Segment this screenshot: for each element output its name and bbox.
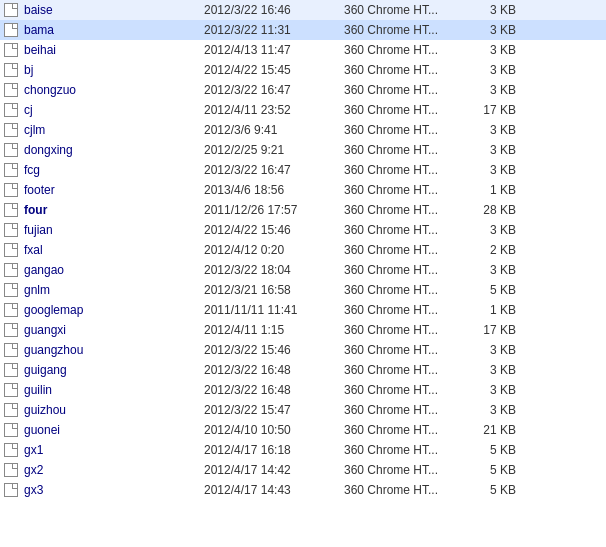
file-date: 2012/4/11 23:52 [204, 103, 344, 117]
file-name: guizhou [24, 403, 204, 417]
file-date: 2012/3/22 18:04 [204, 263, 344, 277]
file-name: guonei [24, 423, 204, 437]
file-name: gx3 [24, 483, 204, 497]
file-icon [4, 243, 24, 257]
file-type: 360 Chrome HT... [344, 183, 464, 197]
file-name: cjlm [24, 123, 204, 137]
table-row[interactable]: chongzuo2012/3/22 16:47360 Chrome HT...3… [0, 80, 606, 100]
file-size: 5 KB [464, 283, 524, 297]
file-icon [4, 223, 24, 237]
file-size: 3 KB [464, 43, 524, 57]
table-row[interactable]: googlemap2011/11/11 11:41360 Chrome HT..… [0, 300, 606, 320]
table-row[interactable]: cjlm2012/3/6 9:41360 Chrome HT...3 KB [0, 120, 606, 140]
file-date: 2012/4/22 15:46 [204, 223, 344, 237]
file-name: guigang [24, 363, 204, 377]
file-size: 3 KB [464, 343, 524, 357]
file-size: 5 KB [464, 463, 524, 477]
file-name: chongzuo [24, 83, 204, 97]
table-row[interactable]: gnlm2012/3/21 16:58360 Chrome HT...5 KB [0, 280, 606, 300]
file-date: 2013/4/6 18:56 [204, 183, 344, 197]
file-type: 360 Chrome HT... [344, 483, 464, 497]
table-row[interactable]: gx22012/4/17 14:42360 Chrome HT...5 KB [0, 460, 606, 480]
file-date: 2011/11/11 11:41 [204, 303, 344, 317]
file-date: 2012/3/22 15:46 [204, 343, 344, 357]
file-type: 360 Chrome HT... [344, 303, 464, 317]
file-type: 360 Chrome HT... [344, 43, 464, 57]
file-name: cj [24, 103, 204, 117]
table-row[interactable]: beihai2012/4/13 11:47360 Chrome HT...3 K… [0, 40, 606, 60]
file-date: 2012/2/25 9:21 [204, 143, 344, 157]
file-name: gangao [24, 263, 204, 277]
table-row[interactable]: guangzhou2012/3/22 15:46360 Chrome HT...… [0, 340, 606, 360]
file-name: gx2 [24, 463, 204, 477]
file-icon [4, 123, 24, 137]
file-date: 2012/3/22 16:46 [204, 3, 344, 17]
file-icon [4, 343, 24, 357]
table-row[interactable]: bama2012/3/22 11:31360 Chrome HT...3 KB [0, 20, 606, 40]
table-row[interactable]: dongxing2012/2/25 9:21360 Chrome HT...3 … [0, 140, 606, 160]
file-date: 2012/4/11 1:15 [204, 323, 344, 337]
file-type: 360 Chrome HT... [344, 223, 464, 237]
file-icon [4, 163, 24, 177]
file-size: 3 KB [464, 383, 524, 397]
file-size: 28 KB [464, 203, 524, 217]
file-type: 360 Chrome HT... [344, 423, 464, 437]
file-type: 360 Chrome HT... [344, 63, 464, 77]
file-date: 2011/12/26 17:57 [204, 203, 344, 217]
file-name: fcg [24, 163, 204, 177]
table-row[interactable]: four2011/12/26 17:57360 Chrome HT...28 K… [0, 200, 606, 220]
file-type: 360 Chrome HT... [344, 23, 464, 37]
file-icon [4, 423, 24, 437]
file-name: gnlm [24, 283, 204, 297]
file-size: 3 KB [464, 3, 524, 17]
file-icon [4, 463, 24, 477]
table-row[interactable]: guangxi2012/4/11 1:15360 Chrome HT...17 … [0, 320, 606, 340]
file-date: 2012/3/22 16:48 [204, 363, 344, 377]
file-list: baise2012/3/22 16:46360 Chrome HT...3 KB… [0, 0, 606, 500]
file-size: 3 KB [464, 363, 524, 377]
file-size: 5 KB [464, 443, 524, 457]
file-date: 2012/4/17 16:18 [204, 443, 344, 457]
file-name: footer [24, 183, 204, 197]
file-type: 360 Chrome HT... [344, 463, 464, 477]
table-row[interactable]: fujian2012/4/22 15:46360 Chrome HT...3 K… [0, 220, 606, 240]
table-row[interactable]: footer2013/4/6 18:56360 Chrome HT...1 KB [0, 180, 606, 200]
file-icon [4, 3, 24, 17]
table-row[interactable]: guigang2012/3/22 16:48360 Chrome HT...3 … [0, 360, 606, 380]
file-name: bj [24, 63, 204, 77]
table-row[interactable]: guizhou2012/3/22 15:47360 Chrome HT...3 … [0, 400, 606, 420]
file-icon [4, 263, 24, 277]
file-date: 2012/3/22 16:48 [204, 383, 344, 397]
file-icon [4, 83, 24, 97]
file-size: 21 KB [464, 423, 524, 437]
file-icon [4, 23, 24, 37]
file-type: 360 Chrome HT... [344, 163, 464, 177]
table-row[interactable]: fcg2012/3/22 16:47360 Chrome HT...3 KB [0, 160, 606, 180]
file-size: 3 KB [464, 143, 524, 157]
file-size: 3 KB [464, 403, 524, 417]
file-size: 3 KB [464, 23, 524, 37]
file-type: 360 Chrome HT... [344, 203, 464, 217]
file-size: 3 KB [464, 223, 524, 237]
table-row[interactable]: baise2012/3/22 16:46360 Chrome HT...3 KB [0, 0, 606, 20]
file-size: 2 KB [464, 243, 524, 257]
file-type: 360 Chrome HT... [344, 243, 464, 257]
table-row[interactable]: bj2012/4/22 15:45360 Chrome HT...3 KB [0, 60, 606, 80]
file-icon [4, 383, 24, 397]
file-icon [4, 183, 24, 197]
file-type: 360 Chrome HT... [344, 83, 464, 97]
file-size: 17 KB [464, 103, 524, 117]
table-row[interactable]: guilin2012/3/22 16:48360 Chrome HT...3 K… [0, 380, 606, 400]
file-icon [4, 283, 24, 297]
file-type: 360 Chrome HT... [344, 3, 464, 17]
table-row[interactable]: gx32012/4/17 14:43360 Chrome HT...5 KB [0, 480, 606, 500]
table-row[interactable]: gangao2012/3/22 18:04360 Chrome HT...3 K… [0, 260, 606, 280]
file-date: 2012/3/6 9:41 [204, 123, 344, 137]
table-row[interactable]: cj2012/4/11 23:52360 Chrome HT...17 KB [0, 100, 606, 120]
table-row[interactable]: fxal2012/4/12 0:20360 Chrome HT...2 KB [0, 240, 606, 260]
table-row[interactable]: guonei2012/4/10 10:50360 Chrome HT...21 … [0, 420, 606, 440]
file-icon [4, 103, 24, 117]
file-type: 360 Chrome HT... [344, 343, 464, 357]
table-row[interactable]: gx12012/4/17 16:18360 Chrome HT...5 KB [0, 440, 606, 460]
file-type: 360 Chrome HT... [344, 123, 464, 137]
